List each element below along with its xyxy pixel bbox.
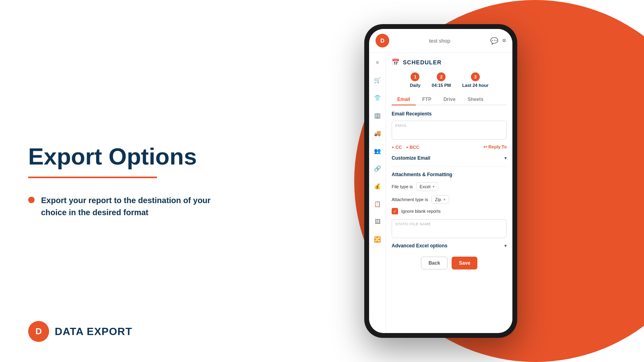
customize-chevron-icon: ▾ (504, 155, 507, 161)
step-3[interactable]: 3 Last 24 hour (462, 72, 488, 88)
chat-icon[interactable]: 💬 (490, 37, 498, 45)
static-file-name-wrapper: STATIC FILE NAME (392, 219, 507, 238)
step-2[interactable]: 2 04:15 PM (432, 72, 451, 88)
header-icons: 💬 ≡ (490, 37, 506, 45)
sidebar-building-icon[interactable]: 🏢 (372, 110, 383, 121)
bullet-point: Export your report to the destination of… (28, 194, 221, 218)
advanced-excel-label: Advanced Excel options (392, 243, 448, 249)
title-underline (28, 177, 157, 178)
customize-email-row[interactable]: Customize Email ▾ (392, 155, 507, 161)
step-1-label: Daily (410, 83, 420, 88)
app-body: ≡ 🛒 👕 🏢 🚚 👥 🔗 💰 📋 🖼 🔀 📅 (369, 53, 512, 333)
ignore-blank-checkbox[interactable]: ✓ (392, 208, 398, 214)
advanced-excel-row[interactable]: Advanced Excel options ▾ (392, 243, 507, 249)
logo-area: D DATA EXPORT (28, 321, 132, 342)
step-3-label: Last 24 hour (462, 83, 488, 88)
attachment-type-caret: ▾ (444, 197, 446, 202)
email-field-label: EMAIL (395, 123, 503, 128)
menu-icon[interactable]: ≡ (502, 37, 506, 44)
tab-drive[interactable]: Drive (438, 94, 461, 105)
step-1[interactable]: 1 Daily (410, 72, 420, 88)
attachment-type-value: Zip (435, 197, 441, 202)
attachment-type-dropdown[interactable]: Zip ▾ (431, 195, 449, 204)
sidebar-cart-icon[interactable]: 🛒 (372, 74, 383, 86)
email-section-label: Email Recepients (392, 111, 507, 117)
attachment-type-label: Attachment type is (392, 197, 428, 202)
email-input-wrapper: EMAIL (392, 121, 507, 140)
file-type-caret: ▾ (433, 185, 435, 189)
app-main: 📅 SCHEDULER 1 Daily 2 04:15 PM (386, 53, 512, 333)
app-logo: D (376, 34, 389, 47)
ignore-blank-row: ✓ Ignore blank reports (392, 208, 507, 214)
tab-sheets[interactable]: Sheets (462, 94, 489, 105)
sidebar-image-icon[interactable]: 🖼 (372, 216, 383, 227)
sidebar-shirt-icon[interactable]: 👕 (372, 92, 383, 103)
back-button[interactable]: Back (421, 257, 448, 269)
bottom-buttons: Back Save (392, 255, 507, 269)
phone-mockup: D test shop 💬 ≡ ≡ 🛒 👕 🏢 🚚 👥 🔗 (364, 24, 517, 338)
app-sidebar: ≡ 🛒 👕 🏢 🚚 👥 🔗 💰 📋 🖼 🔀 (369, 53, 386, 333)
sidebar-delivery-icon[interactable]: 🚚 (372, 128, 383, 139)
static-file-name-input[interactable] (395, 228, 503, 235)
logo-icon: D (28, 321, 49, 342)
scheduler-header: 📅 SCHEDULER (392, 58, 507, 66)
step-2-badge: 2 (437, 72, 446, 81)
shop-name: test shop (429, 38, 450, 44)
sidebar-doc-icon[interactable]: 📋 (372, 198, 383, 210)
scheduler-calendar-icon: 📅 (392, 58, 400, 66)
phone-inner: D test shop 💬 ≡ ≡ 🛒 👕 🏢 🚚 👥 🔗 (369, 29, 512, 333)
step-2-label: 04:15 PM (432, 83, 451, 88)
tabs-row: Email FTP Drive Sheets (392, 94, 507, 105)
bcc-button[interactable]: + BCC (406, 145, 419, 150)
file-type-value: Excel (420, 184, 431, 189)
save-button[interactable]: Save (452, 257, 477, 269)
cc-button[interactable]: + CC (392, 145, 402, 150)
app-header: D test shop 💬 ≡ (369, 29, 512, 53)
tab-ftp[interactable]: FTP (417, 94, 437, 105)
email-input[interactable] (395, 130, 503, 137)
sidebar-share-icon[interactable]: 🔀 (372, 234, 383, 245)
email-actions: + CC + BCC ↩ Reply To (392, 144, 507, 150)
sidebar-menu-icon[interactable]: ≡ (372, 57, 383, 68)
bullet-dot (28, 197, 35, 203)
file-type-dropdown[interactable]: Excel ▾ (416, 182, 439, 191)
sidebar-users-icon[interactable]: 👥 (372, 145, 383, 156)
steps-row: 1 Daily 2 04:15 PM 3 Last 24 hour (392, 72, 507, 88)
static-file-name-label: STATIC FILE NAME (395, 222, 503, 226)
sidebar-link-icon[interactable]: 🔗 (372, 163, 383, 174)
customize-email-label: Customize Email (392, 155, 430, 161)
bullet-text: Export your report to the destination of… (41, 194, 221, 218)
advanced-chevron-icon: ▾ (504, 243, 507, 249)
reply-to-button[interactable]: ↩ Reply To (483, 144, 507, 150)
tab-email[interactable]: Email (392, 94, 416, 105)
left-panel: Export Options Export your report to the… (0, 0, 250, 362)
logo-text: DATA EXPORT (55, 325, 132, 338)
right-panel: D test shop 💬 ≡ ≡ 🛒 👕 🏢 🚚 👥 🔗 (250, 0, 644, 362)
sidebar-money-icon[interactable]: 💰 (372, 181, 383, 192)
step-3-badge: 3 (471, 72, 480, 81)
ignore-blank-label: Ignore blank reports (401, 209, 441, 214)
step-1-badge: 1 (411, 72, 419, 81)
divider-1 (392, 167, 507, 167)
file-type-row: File type is Excel ▾ (392, 182, 507, 191)
attachments-label: Attachments & Formatting (392, 172, 507, 177)
email-field-group: EMAIL (392, 121, 507, 140)
page-title: Export Options (28, 144, 221, 169)
attachment-type-row: Attachment type is Zip ▾ (392, 195, 507, 204)
file-type-label: File type is (392, 184, 413, 189)
scheduler-title: SCHEDULER (403, 59, 442, 66)
